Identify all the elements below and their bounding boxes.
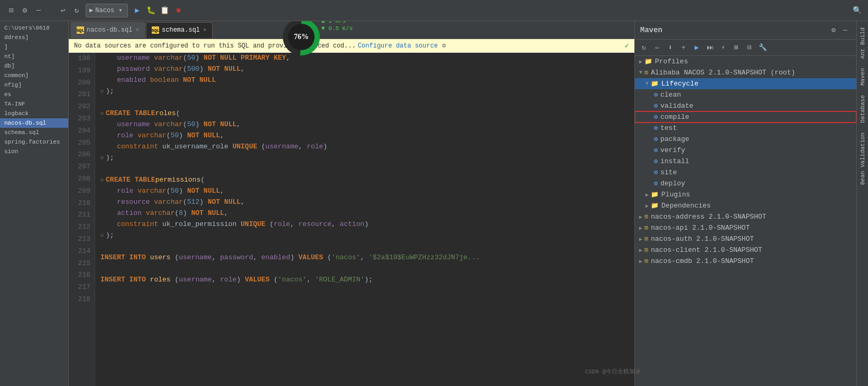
- code-editor[interactable]: 198 199 200 201 202 203 204 205 206 207 …: [69, 53, 634, 386]
- maven-reload-icon[interactable]: ↻: [638, 42, 650, 53]
- toolbar-attach-icon[interactable]: 📋: [159, 5, 170, 16]
- toolbar-minimize-icon[interactable]: ─: [33, 5, 44, 16]
- code-line-217: [100, 263, 629, 275]
- nacos-client-module-icon: m: [644, 247, 648, 254]
- sidebar-item-4[interactable]: db]: [0, 61, 68, 71]
- toolbar-run-icon[interactable]: ▶: [131, 5, 143, 16]
- tree-nacos-address[interactable]: ▶ m nacos-address 2.1.0-SNAPSHOT: [635, 211, 856, 222]
- toolbar-settings-icon[interactable]: ⚙: [19, 5, 31, 16]
- sidebar-item-nacos-db[interactable]: nacos-db.sql: [0, 118, 68, 128]
- plugins-arrow-icon: ▶: [645, 192, 649, 198]
- tree-compile[interactable]: ⚙ compile: [635, 111, 856, 123]
- tree-nacos-api[interactable]: ▶ m nacos-api 2.1.0-SNAPSHOT: [635, 222, 856, 233]
- code-line-218: INSERT INTO roles (username, role) VALUE…: [100, 275, 629, 286]
- tree-install[interactable]: ⚙ install: [635, 156, 856, 167]
- tree-dependencies[interactable]: ▶ 📁 Dependencies: [635, 200, 856, 211]
- sidebar-item-sion[interactable]: sion: [0, 147, 68, 156]
- toolbar-search-icon[interactable]: 🔍: [851, 5, 863, 16]
- maven-run-icon[interactable]: ▶: [691, 42, 703, 53]
- toolbar-split-icon[interactable]: ⊟: [5, 5, 17, 16]
- alibaba-label: Alibaba NACOS 2.1.0-SNAPSHOT (root): [651, 69, 795, 77]
- maven-collapse-all-icon[interactable]: ⊟: [744, 42, 755, 53]
- nacos-address-label: nacos-address 2.1.0-SNAPSHOT: [651, 213, 766, 221]
- code-line-203: ⊖CREATE TABLE roles (: [100, 108, 629, 119]
- dependencies-label: Dependencies: [661, 202, 711, 210]
- toolbar-refresh-icon[interactable]: ↻: [71, 5, 82, 16]
- sidebar-item-spring-factories[interactable]: spring.factories: [0, 137, 68, 147]
- tree-nacos-cmdb[interactable]: ▶ m nacos-cmdb 2.1.0-SNAPSHOT: [635, 256, 856, 267]
- maven-add-icon[interactable]: +: [678, 42, 689, 53]
- tree-site[interactable]: ⚙ site: [635, 167, 856, 178]
- tree-lifecycle[interactable]: ▼ 📁 Lifecycle: [635, 78, 856, 89]
- toolbar-stop-icon[interactable]: ■: [172, 5, 184, 16]
- deploy-gear-icon: ⚙: [654, 180, 658, 187]
- sidebar-item-ddress[interactable]: C:\Users\8618: [0, 23, 68, 33]
- package-gear-icon: ⚙: [654, 135, 658, 143]
- code-line-213: constraint uk_role_permission UNIQUE (ro…: [100, 219, 629, 230]
- sidebar-item-3[interactable]: nt]: [0, 52, 68, 61]
- maven-import-icon[interactable]: ⇦: [651, 42, 663, 53]
- configure-datasource-link[interactable]: Configure data source: [358, 42, 438, 50]
- nacos-auth-arrow-icon: ▶: [639, 236, 642, 242]
- maven-skip-icon[interactable]: ⏭: [704, 42, 716, 53]
- nacos-dropdown[interactable]: ▶ Nacos ▾: [86, 4, 128, 17]
- maven-header: Maven ⚙ ─: [635, 21, 856, 40]
- dependencies-folder-icon: 📁: [651, 202, 659, 210]
- tab-schema-close[interactable]: ×: [203, 27, 207, 33]
- tree-plugins[interactable]: ▶ 📁 Plugins: [635, 189, 856, 200]
- tab-nacos-db-close[interactable]: ×: [135, 27, 139, 33]
- tree-package[interactable]: ⚙ package: [635, 134, 856, 145]
- tree-nacos-client[interactable]: ▶ m nacos-client 2.1.0-SNAPSHOT: [635, 244, 856, 256]
- sidebar-item-9[interactable]: logback: [0, 109, 68, 118]
- tree-test[interactable]: ⚙ test: [635, 123, 856, 134]
- notification-settings-icon[interactable]: ⚙: [442, 42, 446, 50]
- nacos-auth-label: nacos-auth 2.1.0-SNAPSHOT: [651, 235, 754, 243]
- sidebar-item-schema[interactable]: schema.sql: [0, 128, 68, 137]
- code-line-214: ⊖);: [100, 230, 629, 241]
- right-tab-database[interactable]: Database: [858, 91, 867, 127]
- left-sidebar: C:\Users\8618 ddress] ] nt] db] common] …: [0, 21, 69, 386]
- sidebar-item-6[interactable]: nfig]: [0, 80, 68, 90]
- right-tab-ant-build[interactable]: Ant Build: [858, 23, 867, 63]
- tree-alibaba[interactable]: ▼ m Alibaba NACOS 2.1.0-SNAPSHOT (root): [635, 67, 856, 78]
- tree-nacos-auth[interactable]: ▶ m nacos-auth 2.1.0-SNAPSHOT: [635, 233, 856, 244]
- code-line-201: ⊖);: [100, 86, 629, 97]
- tab-nacos-db[interactable]: SQL nacos-db.sql ×: [71, 22, 145, 38]
- tree-verify[interactable]: ⚙ verify: [635, 145, 856, 156]
- tree-validate[interactable]: ⚙ validate: [635, 100, 856, 111]
- maven-parallel-icon[interactable]: ⚡: [717, 42, 729, 53]
- sidebar-item-2[interactable]: ]: [0, 42, 68, 52]
- code-line-198: username varchar(50) NOT NULL PRIMARY KE…: [100, 53, 629, 64]
- tree-profiles[interactable]: ▶ 📁 Profiles: [635, 56, 856, 67]
- right-tab-bean-validation[interactable]: Bean Validation: [858, 128, 867, 189]
- tree-deploy[interactable]: ⚙ deploy: [635, 178, 856, 189]
- nacos-client-arrow-icon: ▶: [639, 247, 642, 253]
- tab-bar: SQL nacos-db.sql × SQL schema.sql × 76%: [69, 21, 634, 39]
- speed-down: ▼ 0.5 K/s: [321, 25, 353, 32]
- toolbar-debug-icon[interactable]: 🐛: [145, 5, 156, 16]
- maven-collapse-icon[interactable]: ─: [839, 24, 851, 36]
- code-content[interactable]: username varchar(50) NOT NULL PRIMARY KE…: [95, 53, 634, 386]
- maven-wrench-icon[interactable]: 🔧: [757, 42, 769, 53]
- notification-bar: No data sources are configured to run th…: [69, 39, 634, 53]
- sidebar-item-1[interactable]: ddress]: [0, 33, 68, 42]
- package-label: package: [660, 135, 689, 143]
- install-label: install: [660, 157, 689, 165]
- notification-close-icon[interactable]: ✓: [625, 41, 629, 50]
- sidebar-item-8[interactable]: TA-INF: [0, 99, 68, 109]
- maven-toggle-icon[interactable]: ⊞: [731, 42, 742, 53]
- maven-download-icon[interactable]: ⬇: [664, 42, 676, 53]
- nacos-cmdb-module-icon: m: [644, 258, 648, 265]
- tab-schema[interactable]: SQL schema.sql ×: [146, 22, 213, 38]
- code-line-199: password varchar(500) NOT NULL,: [100, 64, 629, 75]
- alibaba-module-icon: m: [644, 69, 648, 77]
- sidebar-item-5[interactable]: common]: [0, 71, 68, 80]
- tree-clean[interactable]: ⚙ clean: [635, 89, 856, 100]
- verify-label: verify: [660, 146, 685, 154]
- sidebar-item-7[interactable]: es: [0, 90, 68, 99]
- maven-settings-icon[interactable]: ⚙: [828, 24, 839, 36]
- code-line-205: role varchar(50) NOT NULL,: [100, 130, 629, 142]
- toolbar-reformat-icon[interactable]: ↩: [57, 5, 69, 16]
- right-tab-maven[interactable]: Maven: [858, 64, 867, 90]
- code-line-212: action varchar(8) NOT NULL,: [100, 208, 629, 219]
